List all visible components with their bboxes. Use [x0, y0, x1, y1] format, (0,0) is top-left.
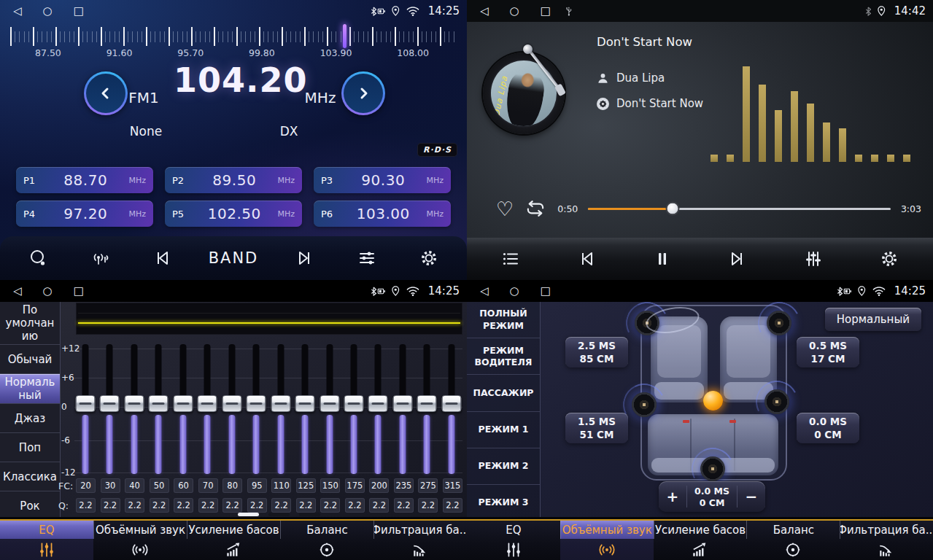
progress-bar[interactable] — [588, 208, 891, 210]
nav-recents-icon[interactable]: □ — [541, 6, 551, 17]
favorite-button[interactable]: ♡ — [496, 199, 514, 219]
tab-filter[interactable]: Фильтрация ба... — [373, 521, 467, 560]
frequency-scale[interactable] — [10, 27, 457, 46]
eq-settings-button[interactable] — [352, 243, 382, 273]
fc-value[interactable]: 50 — [150, 478, 169, 493]
delay-plus-button[interactable]: + — [659, 488, 686, 505]
broadcast-button[interactable] — [85, 243, 115, 273]
q-value[interactable]: 2.2 — [394, 498, 414, 513]
eq-preset-item[interactable]: Рок — [0, 491, 60, 521]
eq-band-slider[interactable] — [441, 344, 462, 475]
delay-front-right-button[interactable]: 0.5 MS 17 CM — [797, 337, 859, 368]
preset-button[interactable]: P4 97.20 MHz — [16, 201, 153, 227]
eq-band-slider[interactable] — [221, 344, 243, 475]
eq-band-slider[interactable] — [416, 344, 438, 475]
eq-band-slider[interactable] — [123, 344, 145, 475]
settings-button[interactable] — [414, 243, 444, 273]
fc-value[interactable]: 275 — [418, 478, 438, 493]
eq-band-slider[interactable] — [367, 344, 389, 475]
fc-value[interactable]: 315 — [443, 478, 462, 493]
slider-handle[interactable] — [173, 395, 193, 412]
preset-button[interactable]: P3 90.30 MHz — [314, 167, 451, 193]
tab-balance[interactable]: Баланс — [746, 521, 840, 560]
slider-handle[interactable] — [441, 395, 461, 412]
eq-preset-item[interactable]: Джаз — [0, 404, 60, 433]
delay-rear-right-button[interactable]: 0.0 MS 0 CM — [797, 413, 859, 443]
mode-item[interactable]: РЕЖИМ 2 — [467, 448, 540, 485]
seek-down-button[interactable] — [147, 243, 177, 273]
band-button[interactable]: BAND — [209, 249, 259, 267]
seek-up-button[interactable] — [290, 243, 320, 273]
fc-value[interactable]: 70 — [198, 478, 218, 493]
eq-band-slider[interactable] — [98, 344, 120, 475]
slider-handle[interactable] — [222, 395, 241, 412]
q-value[interactable]: 2.2 — [247, 498, 267, 513]
slider-handle[interactable] — [392, 395, 412, 412]
eq-band-slider[interactable] — [392, 344, 414, 475]
eq-band-slider[interactable] — [343, 344, 365, 475]
eq-band-slider[interactable] — [270, 344, 292, 475]
mode-item[interactable]: ПАССАЖИР — [467, 375, 540, 411]
slider-handle[interactable] — [368, 395, 388, 412]
fc-value[interactable]: 95 — [247, 478, 267, 493]
q-value[interactable]: 2.2 — [271, 498, 291, 513]
fc-value[interactable]: 30 — [101, 478, 120, 493]
eq-preset-item[interactable]: Классика — [0, 462, 60, 491]
eq-preset-item[interactable]: По умолчанию — [0, 302, 60, 345]
fc-value[interactable]: 110 — [271, 478, 291, 493]
q-value[interactable]: 2.2 — [174, 498, 193, 513]
tab-surround[interactable]: Объёмный звук — [93, 521, 187, 560]
nav-home-icon[interactable]: ○ — [510, 286, 519, 297]
tab-filter[interactable]: Фильтрация ба... — [840, 521, 933, 560]
eq-band-slider[interactable] — [74, 344, 96, 475]
fc-value[interactable]: 60 — [174, 478, 193, 493]
eq-band-slider[interactable] — [245, 344, 267, 475]
slider-handle[interactable] — [247, 395, 266, 412]
delay-minus-button[interactable]: − — [738, 488, 765, 505]
preset-normal-button[interactable]: Нормальный — [825, 308, 921, 331]
tab-balance[interactable]: Баланс — [280, 521, 373, 560]
q-value[interactable]: 2.2 — [320, 498, 340, 513]
mode-item[interactable]: РЕЖИМ ВОДИТЕЛЯ — [467, 338, 540, 375]
equalizer-button[interactable] — [798, 244, 829, 274]
eq-preset-item[interactable]: Поп — [0, 433, 60, 462]
slider-handle[interactable] — [76, 395, 96, 412]
fc-value[interactable]: 40 — [125, 478, 144, 493]
delay-front-left-button[interactable]: 2.5 MS 85 CM — [565, 337, 628, 368]
eq-preset-item[interactable]: Обычай — [0, 345, 60, 374]
slider-handle[interactable] — [295, 395, 315, 412]
preset-button[interactable]: P2 89.50 MHz — [165, 167, 302, 193]
pause-button[interactable] — [647, 244, 678, 274]
tab-surround[interactable]: Объёмный звук — [560, 521, 654, 560]
nav-back-icon[interactable]: ◁ — [13, 286, 22, 297]
fc-value[interactable]: 150 — [320, 478, 340, 493]
q-value[interactable]: 2.2 — [101, 498, 120, 513]
nav-recents-icon[interactable]: □ — [541, 286, 551, 297]
eq-band-slider[interactable] — [196, 344, 218, 475]
nav-back-icon[interactable]: ◁ — [480, 286, 489, 297]
slider-handle[interactable] — [344, 395, 363, 412]
previous-track-button[interactable] — [571, 244, 602, 274]
slider-handle[interactable] — [149, 395, 169, 412]
album-art[interactable]: Dua Lipa — [483, 52, 565, 134]
q-value[interactable]: 2.2 — [150, 498, 169, 513]
q-value[interactable]: 2.2 — [418, 498, 438, 513]
fc-value[interactable]: 80 — [222, 478, 242, 493]
eq-band-slider[interactable] — [172, 344, 194, 475]
slider-handle[interactable] — [320, 395, 339, 412]
slider-handle[interactable] — [100, 395, 120, 412]
eq-band-slider[interactable] — [319, 344, 341, 475]
fc-value[interactable]: 125 — [296, 478, 316, 493]
q-value[interactable]: 2.2 — [125, 498, 144, 513]
q-value[interactable]: 2.2 — [198, 498, 218, 513]
nav-home-icon[interactable]: ○ — [510, 6, 519, 17]
q-value[interactable]: 2.2 — [443, 498, 462, 513]
slider-handle[interactable] — [198, 395, 217, 412]
q-value[interactable]: 2.2 — [76, 498, 96, 513]
preset-button[interactable]: P1 88.70 MHz — [16, 167, 153, 193]
settings-button[interactable] — [874, 244, 905, 274]
tab-eq[interactable]: EQ — [0, 521, 93, 560]
fc-value[interactable]: 200 — [369, 478, 389, 493]
nav-home-icon[interactable]: ○ — [43, 286, 53, 297]
fc-value[interactable]: 20 — [76, 478, 96, 493]
